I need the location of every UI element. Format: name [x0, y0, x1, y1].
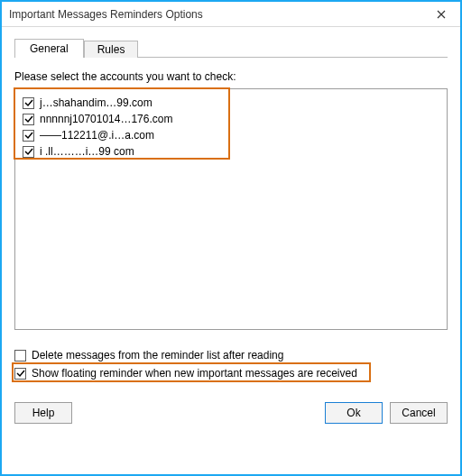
- account-checkbox[interactable]: [23, 146, 34, 158]
- check-icon: [24, 131, 33, 140]
- tabpanel-general: Please select the accounts you want to c…: [14, 58, 448, 463]
- account-row[interactable]: ——112211@.i…a.com: [23, 127, 439, 143]
- check-icon: [16, 369, 25, 378]
- account-label: i .ll………i…99 com: [40, 145, 134, 158]
- close-button[interactable]: [422, 2, 460, 26]
- close-icon: [437, 10, 446, 19]
- button-bar: Help Ok Cancel: [14, 402, 448, 424]
- options-group: Delete messages from the reminder list a…: [14, 346, 448, 382]
- option-floating-wrap: Show floating reminder when new importan…: [14, 364, 448, 382]
- tab-strip: General Rules: [14, 36, 448, 58]
- accounts-list[interactable]: j…shahandim…99.com nnnnnj10701014…176.co…: [14, 88, 448, 330]
- tab-general-label: General: [30, 42, 69, 55]
- account-row[interactable]: i .ll………i…99 com: [23, 143, 439, 160]
- floating-checkbox[interactable]: [14, 368, 26, 380]
- ok-button-label: Ok: [346, 407, 360, 419]
- window-frame: Important Messages Reminders Options Gen…: [0, 0, 462, 476]
- cancel-button-label: Cancel: [402, 407, 435, 419]
- account-label: nnnnnj10701014…176.com: [40, 113, 172, 125]
- tab-general[interactable]: General: [14, 39, 84, 58]
- tab-rules[interactable]: Rules: [84, 41, 139, 58]
- check-icon: [24, 98, 33, 107]
- help-button-label: Help: [32, 407, 55, 419]
- account-row[interactable]: nnnnnj10701014…176.com: [23, 111, 439, 127]
- account-row[interactable]: j…shahandim…99.com: [23, 95, 439, 111]
- account-checkbox[interactable]: [23, 130, 34, 142]
- cancel-button[interactable]: Cancel: [390, 402, 448, 424]
- account-checkbox[interactable]: [23, 97, 34, 109]
- titlebar: Important Messages Reminders Options: [2, 2, 460, 27]
- option-show-floating-reminder[interactable]: Show floating reminder when new importan…: [14, 364, 448, 382]
- tab-rules-label: Rules: [97, 43, 125, 56]
- window-title: Important Messages Reminders Options: [9, 8, 422, 21]
- client-area: General Rules Please select the accounts…: [2, 27, 460, 474]
- floating-label: Show floating reminder when new importan…: [32, 367, 357, 380]
- account-checkbox[interactable]: [23, 114, 34, 125]
- check-icon: [24, 114, 33, 124]
- ok-button[interactable]: Ok: [325, 402, 383, 424]
- delete-after-checkbox[interactable]: [14, 350, 26, 362]
- help-button[interactable]: Help: [14, 402, 72, 424]
- account-label: j…shahandim…99.com: [40, 96, 152, 109]
- delete-after-label: Delete messages from the reminder list a…: [32, 349, 283, 362]
- check-icon: [24, 147, 33, 156]
- accounts-prompt: Please select the accounts you want to c…: [14, 70, 448, 83]
- option-delete-after-reading[interactable]: Delete messages from the reminder list a…: [14, 346, 448, 364]
- account-label: ——112211@.i…a.com: [40, 129, 154, 142]
